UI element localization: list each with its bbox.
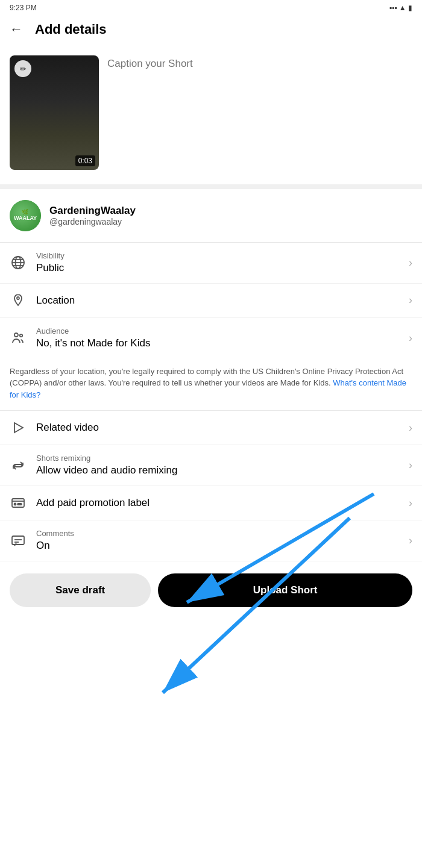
related-video-chevron: ›	[409, 422, 412, 434]
account-name: GardeningWaalay	[49, 205, 136, 217]
back-button[interactable]: ←	[10, 23, 23, 36]
shorts-remixing-value: Allow video and audio remixing	[36, 464, 399, 477]
location-row[interactable]: Location ›	[0, 284, 422, 318]
audience-row[interactable]: Audience No, it's not Made for Kids ›	[0, 318, 422, 358]
audience-icon	[10, 329, 27, 346]
avatar-label: 🌿WAALAY	[14, 210, 37, 222]
svg-rect-9	[12, 499, 24, 507]
status-time: 9:23 PM	[10, 4, 37, 12]
paid-promotion-content: Add paid promotion label	[36, 497, 399, 509]
audience-content: Audience No, it's not Made for Kids	[36, 326, 399, 350]
page-title: Add details	[35, 22, 107, 37]
account-info: GardeningWaalay @gardeningwaalay	[49, 205, 136, 226]
avatar: 🌿WAALAY	[10, 200, 41, 231]
comments-icon	[10, 532, 27, 549]
audience-chevron: ›	[409, 332, 412, 345]
visibility-content: Visibility Public	[36, 251, 399, 275]
svg-rect-11	[17, 504, 22, 505]
visibility-value: Public	[36, 261, 399, 275]
visibility-row[interactable]: Visibility Public ›	[0, 243, 422, 284]
shorts-remixing-chevron: ›	[409, 459, 412, 472]
svg-point-5	[17, 297, 19, 299]
paid-promo-icon	[10, 495, 27, 511]
paid-promotion-chevron: ›	[409, 497, 412, 510]
edit-thumbnail-icon[interactable]: ✏	[14, 60, 31, 77]
account-handle: @gardeningwaalay	[49, 217, 136, 226]
video-duration: 0:03	[75, 155, 95, 166]
thumbnail[interactable]: ✏ 0:03	[10, 55, 99, 170]
coppa-text: Regardless of your location, you're lega…	[10, 366, 412, 401]
location-chevron: ›	[409, 294, 412, 307]
visibility-label: Visibility	[36, 251, 399, 261]
caption-section: ✏ 0:03	[0, 46, 422, 184]
related-video-row[interactable]: Related video ›	[0, 411, 422, 445]
location-icon	[10, 292, 27, 309]
shorts-remixing-row[interactable]: Shorts remixing Allow video and audio re…	[0, 445, 422, 486]
header: ← Add details	[0, 16, 422, 46]
status-icons: ▪▪▪ ▲ ▮	[389, 4, 412, 12]
audience-label: Audience	[36, 326, 399, 337]
coppa-section: Regardless of your location, you're lega…	[0, 358, 422, 411]
svg-point-6	[14, 333, 18, 337]
comments-content: Comments On	[36, 529, 399, 552]
comments-value: On	[36, 539, 399, 552]
section-divider	[0, 184, 422, 189]
account-section: 🌿WAALAY GardeningWaalay @gardeningwaalay	[0, 189, 422, 242]
comments-label: Comments	[36, 529, 399, 539]
settings-section: Visibility Public › Location ›	[0, 243, 422, 358]
visibility-chevron: ›	[409, 257, 412, 269]
bottom-buttons: Save draft Upload Short	[0, 561, 422, 625]
location-value: Location	[36, 295, 399, 307]
shorts-remixing-content: Shorts remixing Allow video and audio re…	[36, 454, 399, 477]
pencil-icon: ✏	[20, 64, 27, 73]
comments-chevron: ›	[409, 534, 412, 547]
play-icon	[10, 419, 27, 436]
svg-marker-8	[14, 423, 23, 432]
related-video-content: Related video	[36, 422, 399, 434]
extra-settings-section: Related video › Shorts remixing Allow vi…	[0, 411, 422, 561]
globe-icon	[10, 254, 27, 271]
comments-row[interactable]: Comments On ›	[0, 520, 422, 561]
audience-value: No, it's not Made for Kids	[36, 337, 399, 350]
remix-icon	[10, 457, 27, 474]
shorts-remixing-label: Shorts remixing	[36, 454, 399, 464]
upload-short-button[interactable]: Upload Short	[158, 573, 412, 607]
svg-point-7	[20, 334, 22, 337]
location-content: Location	[36, 295, 399, 307]
avatar-image: 🌿WAALAY	[10, 200, 41, 231]
related-video-value: Related video	[36, 422, 399, 434]
caption-input[interactable]	[107, 55, 412, 70]
paid-promotion-value: Add paid promotion label	[36, 497, 399, 509]
svg-rect-12	[12, 536, 24, 545]
paid-promotion-row[interactable]: Add paid promotion label ›	[0, 486, 422, 520]
svg-point-10	[14, 504, 16, 505]
save-draft-button[interactable]: Save draft	[10, 573, 151, 607]
status-bar: 9:23 PM ▪▪▪ ▲ ▮	[0, 0, 422, 16]
